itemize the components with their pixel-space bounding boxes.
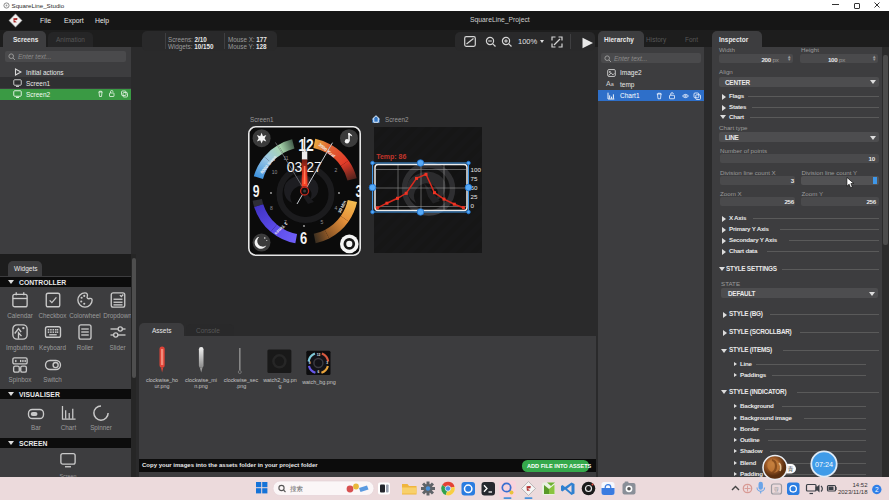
svg-text:2023/11/18: 2023/11/18 [838,489,868,495]
svg-text:100: 100 [471,166,482,173]
svg-text:3: 3 [326,361,328,365]
svg-text:6: 6 [300,229,307,248]
svg-text:9: 9 [253,182,260,201]
svg-text:6: 6 [318,370,320,374]
svg-text:25: 25 [471,193,478,200]
svg-text:75: 75 [471,175,478,182]
svg-text:07:24: 07:24 [815,460,833,469]
svg-text:14:52: 14:52 [852,482,868,488]
svg-text:9: 9 [309,361,311,365]
svg-text:搜索: 搜索 [290,485,303,493]
svg-text:Temp: 86: Temp: 86 [376,153,406,161]
svg-text:8: 8 [270,205,273,211]
svg-text:10: 10 [272,169,278,175]
svg-text:5: 5 [321,219,324,225]
svg-text:青: 青 [787,465,793,472]
svg-text:12: 12 [317,353,321,357]
svg-text:0: 0 [471,202,475,209]
svg-text:2: 2 [335,167,338,173]
svg-text:亚: 亚 [774,486,780,493]
svg-text:2: 2 [875,486,879,493]
svg-text:3: 3 [355,182,361,201]
